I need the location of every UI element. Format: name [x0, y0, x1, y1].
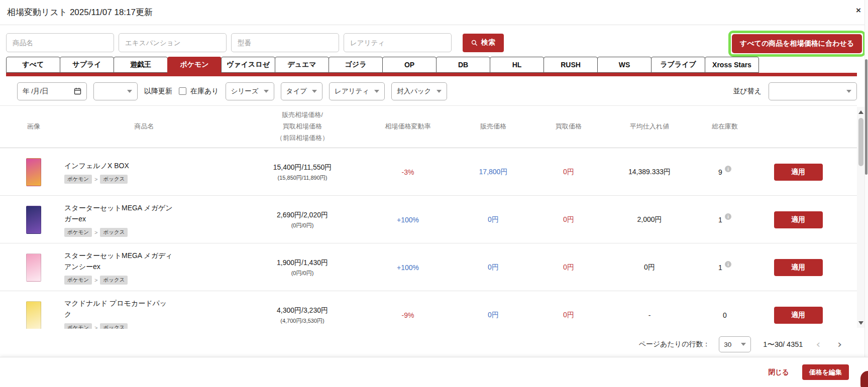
tag-badge: ボックス	[100, 228, 128, 237]
buy-price: 0円	[563, 311, 574, 320]
product-image	[26, 158, 41, 186]
buy-price: 0円	[563, 263, 574, 272]
pack-select[interactable]: 封入パック	[391, 82, 447, 100]
tab-4[interactable]: ポケモン	[167, 57, 222, 73]
prev-market-price: (0円/0円)	[291, 270, 314, 277]
tab-6[interactable]: デュエマ	[275, 57, 329, 73]
product-tags: ポケモン>ボックス	[64, 323, 227, 329]
table-row: マクドナルド プロモカードパックポケモン>ボックス4,300円/3,230円(4…	[0, 291, 857, 329]
table-header: 画像 商品名 販売相場価格/ 買取相場価格 （前回相場価格） 相場価格変動率 販…	[0, 106, 857, 148]
rows-per-page-select[interactable]: 30	[719, 336, 751, 352]
sort-control: 並び替え	[733, 82, 857, 100]
tab-9[interactable]: DB	[436, 57, 490, 73]
window-scrollbar[interactable]	[864, 0, 868, 387]
window-scrollbar-thumb[interactable]	[865, 59, 867, 175]
product-name: スターターセットMEGA メガディアンシーex	[64, 250, 174, 272]
tag-badge: ポケモン	[64, 276, 92, 285]
apply-all-highlight: すべての商品を相場価格に合わせる	[728, 31, 865, 57]
in-stock-filter[interactable]: 在庫あり	[179, 87, 219, 96]
table-row: スターターセットMEGA メガゲンガーexポケモン>ボックス2,690円/2,0…	[0, 196, 857, 243]
tab-5[interactable]: ヴァイスロゼ	[221, 57, 275, 73]
table-body: インフェルノX BOXポケモン>ボックス15,400円/11,550円(15,8…	[0, 148, 857, 329]
rows-per-page-value: 30	[724, 341, 731, 348]
info-icon[interactable]: i	[725, 213, 731, 220]
sell-price: 17,800円	[479, 168, 508, 177]
edit-prices-button[interactable]: 価格を編集	[802, 364, 849, 380]
tab-13[interactable]: ラブライブ	[651, 57, 705, 73]
tag-separator-icon: >	[94, 176, 97, 182]
buy-price: 0円	[563, 168, 574, 177]
stock-count: 9	[718, 168, 722, 176]
avg-cost: 2,000円	[637, 215, 662, 224]
in-stock-label: 在庫あり	[190, 87, 219, 96]
close-icon[interactable]: ×	[856, 6, 861, 15]
tab-bar: すべてサプライ遊戯王ポケモンヴァイスロゼデュエマゴジラOPDBHLRUSHWSラ…	[6, 57, 862, 73]
apply-all-button[interactable]: すべての商品を相場価格に合わせる	[732, 34, 862, 53]
market-price: 15,400円/11,550円	[273, 163, 332, 172]
model-number-input[interactable]	[231, 33, 339, 52]
tag-badge: ボックス	[100, 323, 128, 329]
tab-3[interactable]: 遊戯王	[114, 57, 168, 73]
tab-14[interactable]: Xross Stars	[705, 57, 759, 73]
tab-2[interactable]: サプライ	[60, 57, 114, 73]
product-tags: ポケモン>ボックス	[64, 228, 227, 237]
market-fluctuation-modal: 相場変動リスト 2025/11/07 18:17更新 × 検索 すべての商品を相…	[0, 0, 868, 387]
scroll-up-icon[interactable]	[857, 108, 865, 116]
rarity-select[interactable]: レアリティ	[329, 82, 385, 100]
product-name: インフェルノX BOX	[64, 161, 174, 172]
sell-price: 0円	[488, 215, 499, 224]
prev-page-icon[interactable]: ‹	[812, 339, 824, 350]
tab-12[interactable]: WS	[597, 57, 652, 73]
update-compare-select[interactable]	[93, 82, 138, 100]
search-bar: 検索 すべての商品を相場価格に合わせる	[6, 33, 862, 52]
apply-button[interactable]: 適用	[774, 307, 823, 324]
col-header-sell-price: 販売価格	[438, 121, 549, 133]
tab-10[interactable]: HL	[490, 57, 544, 73]
stock-count: 1	[718, 264, 722, 272]
type-select[interactable]: タイプ	[281, 82, 322, 100]
product-image	[26, 301, 41, 329]
col-header-name: 商品名	[61, 121, 227, 133]
sell-price: 0円	[488, 311, 499, 320]
next-page-icon[interactable]: ›	[833, 339, 846, 350]
rows-per-page-label: ページあたりの行数：	[638, 340, 710, 349]
floating-button-partial[interactable]	[860, 371, 868, 387]
product-image	[26, 206, 41, 234]
col-header-avg-cost: 平均仕入れ値	[589, 121, 710, 133]
rarity-input[interactable]	[344, 33, 452, 52]
close-button[interactable]: 閉じる	[769, 368, 789, 377]
chevron-down-icon	[374, 90, 379, 93]
tab-7[interactable]: ゴジラ	[329, 57, 383, 73]
search-button-label: 検索	[481, 38, 495, 47]
apply-button[interactable]: 適用	[774, 259, 823, 276]
table-scrollbar[interactable]	[857, 107, 865, 328]
scroll-down-icon[interactable]	[857, 319, 865, 327]
series-select[interactable]: シリーズ	[226, 82, 274, 100]
apply-button[interactable]: 適用	[774, 164, 823, 181]
footer-bar: 閉じる 価格を編集	[0, 357, 868, 387]
stock-count: 0	[723, 311, 727, 319]
date-input[interactable]: 年 /月/日	[17, 82, 87, 100]
tag-separator-icon: >	[94, 229, 97, 235]
info-icon[interactable]: i	[725, 261, 731, 268]
market-price: 2,690円/2,020円	[277, 211, 328, 220]
tab-1[interactable]: すべて	[6, 57, 60, 73]
col-header-market-price: 販売相場価格/ 買取相場価格 （前回相場価格）	[227, 109, 378, 144]
expansion-input[interactable]	[119, 33, 227, 52]
chevron-down-icon	[264, 90, 269, 93]
tab-11[interactable]: RUSH	[544, 57, 598, 73]
info-icon[interactable]: i	[725, 166, 731, 172]
in-stock-checkbox[interactable]	[179, 87, 186, 95]
product-name-input[interactable]	[6, 33, 114, 52]
table-row: インフェルノX BOXポケモン>ボックス15,400円/11,550円(15,8…	[0, 148, 857, 196]
avg-cost: -	[648, 311, 651, 319]
tag-badge: ポケモン	[64, 323, 92, 329]
title-bar: 相場変動リスト 2025/11/07 18:17更新 ×	[0, 0, 868, 25]
sort-select[interactable]	[769, 82, 857, 100]
product-table: 画像 商品名 販売相場価格/ 買取相場価格 （前回相場価格） 相場価格変動率 販…	[0, 105, 857, 329]
apply-button[interactable]: 適用	[774, 211, 823, 228]
change-rate: -3%	[402, 168, 414, 176]
scrollbar-thumb[interactable]	[858, 118, 863, 166]
tab-8[interactable]: OP	[382, 57, 437, 73]
search-button[interactable]: 検索	[463, 34, 504, 52]
